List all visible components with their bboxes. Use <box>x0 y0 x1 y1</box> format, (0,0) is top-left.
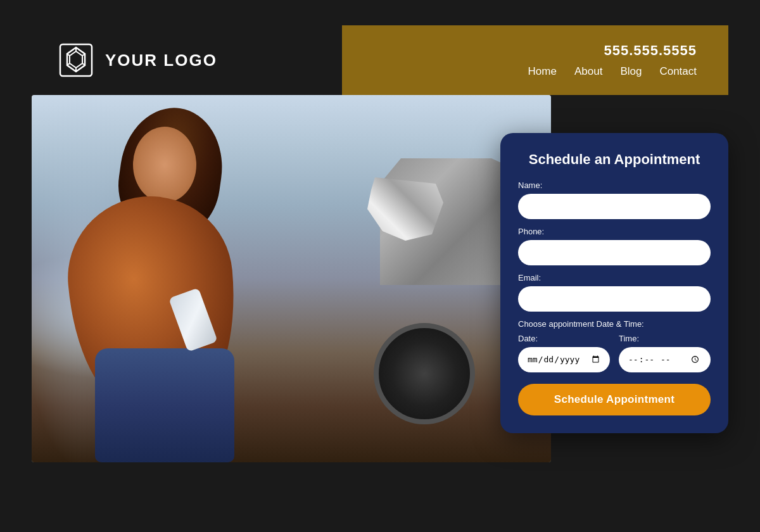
time-input[interactable] <box>619 347 711 372</box>
person-jeans <box>95 348 234 462</box>
email-input[interactable] <box>518 286 711 312</box>
nav-bar: Home About Blog Contact <box>528 65 697 78</box>
person-face <box>133 127 196 203</box>
datetime-row: Date: Time: <box>518 334 711 372</box>
datetime-section-label: Choose appointment Date & Time: <box>518 319 711 329</box>
content-area: Schedule an Appointment Name: Phone: Ema… <box>32 95 728 507</box>
email-label: Email: <box>518 273 711 282</box>
time-group: Time: <box>619 334 711 372</box>
nav-blog[interactable]: Blog <box>620 65 642 78</box>
logo-icon <box>57 41 95 79</box>
name-input[interactable] <box>518 194 711 219</box>
logo-text: YOUR LOGO <box>105 51 217 70</box>
hero-image <box>32 95 551 462</box>
schedule-appointment-button[interactable]: Schedule Appointment <box>518 384 711 415</box>
date-input[interactable] <box>518 347 610 372</box>
date-group: Date: <box>518 334 610 372</box>
nav-contact[interactable]: Contact <box>659 65 697 78</box>
svg-marker-2 <box>70 51 82 68</box>
car-wheel <box>374 323 475 424</box>
header-right: 555.555.5555 Home About Blog Contact <box>342 25 728 95</box>
date-label: Date: <box>518 334 610 343</box>
nav-home[interactable]: Home <box>528 65 557 78</box>
logo-container: YOUR LOGO <box>57 41 217 79</box>
main-container: YOUR LOGO 555.555.5555 Home About Blog C… <box>32 25 728 507</box>
form-title: Schedule an Appointment <box>518 151 711 169</box>
phone-number: 555.555.5555 <box>604 42 697 59</box>
header: YOUR LOGO 555.555.5555 Home About Blog C… <box>32 25 728 95</box>
phone-input[interactable] <box>518 240 711 265</box>
phone-label: Phone: <box>518 227 711 236</box>
nav-about[interactable]: About <box>574 65 602 78</box>
appointment-card: Schedule an Appointment Name: Phone: Ema… <box>500 133 728 433</box>
name-label: Name: <box>518 180 711 190</box>
header-left: YOUR LOGO <box>32 25 342 95</box>
time-label: Time: <box>619 334 711 343</box>
